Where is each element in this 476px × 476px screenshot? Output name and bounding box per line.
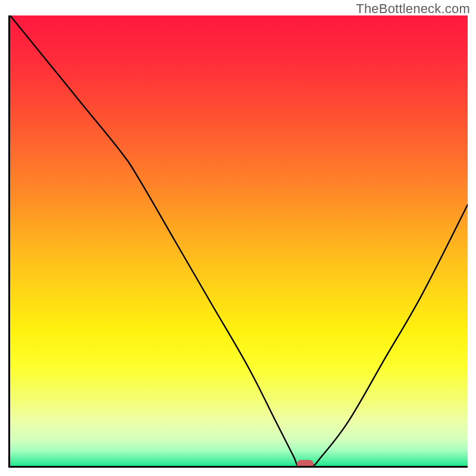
optimal-marker xyxy=(297,460,314,468)
plot-area xyxy=(8,15,468,468)
chart-stage: TheBottleneck.com xyxy=(0,0,476,476)
bottleneck-curve xyxy=(10,15,468,466)
curve-layer xyxy=(10,15,468,466)
watermark-text: TheBottleneck.com xyxy=(356,1,470,17)
